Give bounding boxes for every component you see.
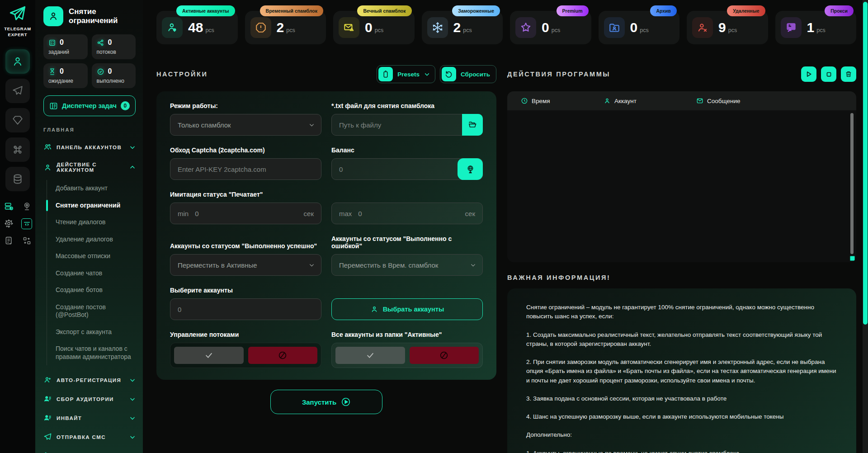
all-accounts-off-button[interactable] <box>410 347 479 364</box>
info-paragraph: 1. Создать максимально реалистичный текс… <box>526 330 837 349</box>
all-accounts-label: Все аккаунты из папки "Активные" <box>331 331 483 338</box>
submenu-item[interactable]: Добавить аккаунт <box>56 180 136 197</box>
error-selected-value: Переместить в Врем. спамблок <box>332 261 470 269</box>
stat-card-temp-spamblock[interactable]: Временный спамблок 2 pcs <box>245 11 326 44</box>
submenu-item[interactable]: Поиск чатов и каналов с правами админист… <box>56 340 136 365</box>
code-window-icon[interactable] <box>21 218 32 229</box>
log-scrollbar[interactable] <box>850 113 854 254</box>
submenu-item-active[interactable]: Снятие ограничений <box>56 197 136 214</box>
presets-label: Presets <box>397 71 420 78</box>
error-select[interactable]: Переместить в Врем. спамблок <box>331 254 483 276</box>
submenu-item[interactable]: Создание ботов <box>56 282 136 299</box>
gear-icon[interactable] <box>3 218 14 229</box>
block-icon <box>278 350 288 360</box>
rail-premium-button[interactable] <box>5 108 30 132</box>
mode-select[interactable]: Только спамблок <box>170 114 321 136</box>
nav-item-accounts-panel[interactable]: ПАНЕЛЬ АККАУНТОВ <box>43 143 136 151</box>
trash-button[interactable] <box>841 66 856 82</box>
submenu-item[interactable]: Массовые отписки <box>56 248 136 265</box>
submenu-item[interactable]: Создание чатов <box>56 265 136 282</box>
counter-label: потоков <box>97 49 131 55</box>
max-value: 0 <box>358 210 362 217</box>
resize-grip[interactable] <box>850 256 855 261</box>
typing-max-input[interactable]: max 0 сек <box>331 203 483 224</box>
task-manager-button[interactable]: Диспетчер задач 0 <box>43 95 136 116</box>
nav-item-label: ПАНЕЛЬ АККАУНТОВ <box>57 145 125 150</box>
rail-database-button[interactable] <box>5 167 30 191</box>
success-select[interactable]: Переместить в Активные <box>170 254 321 276</box>
page-icon-badge <box>43 6 63 26</box>
page-scrollbar-thumb[interactable] <box>863 2 868 325</box>
app-logo: TELEGRAMEXPERT <box>4 5 31 38</box>
stat-card-proxy[interactable]: Прокси 1 pcs <box>775 11 857 44</box>
accounts-count-input[interactable] <box>170 299 321 320</box>
threads-on-button[interactable] <box>174 347 244 364</box>
stat-badge: Удаленные <box>727 5 765 16</box>
page-scrollbar[interactable] <box>863 0 868 453</box>
all-accounts-on-button[interactable] <box>335 347 405 364</box>
info-paragraph: Дополнительно: <box>526 430 837 439</box>
diamond-icon <box>12 114 24 126</box>
threads-off-button[interactable] <box>248 347 318 364</box>
user-icon <box>48 11 59 22</box>
rail-sender-button[interactable] <box>5 79 30 103</box>
paper-plane-icon <box>12 85 24 97</box>
task-counters: 0 заданий 0 потоков 0 ожидание 0 выполне… <box>43 34 136 88</box>
server-check-icon[interactable] <box>3 201 14 212</box>
stat-badge: Замороженные <box>452 5 500 16</box>
captcha-control <box>170 158 321 180</box>
stat-card-deleted[interactable]: Удаленные 9 pcs <box>687 11 768 44</box>
globe-check-button[interactable] <box>458 158 483 180</box>
nav-item-audience[interactable]: СБОР АУДИТОРИИ <box>43 395 136 403</box>
nav-item-auto-registration[interactable]: АВТО-РЕГИСТРАЦИЯ <box>43 376 136 384</box>
icon-rail: TELEGRAMEXPERT <box>0 0 35 453</box>
presets-button[interactable]: Presets <box>377 65 435 83</box>
counter-tasks: 0 заданий <box>43 34 88 59</box>
stop-button[interactable] <box>821 66 836 82</box>
submenu-item[interactable]: Экспорт с аккаунта <box>56 324 136 341</box>
swap-icon[interactable] <box>21 236 32 246</box>
stat-value: 0 <box>365 20 373 35</box>
stat-card-active-accounts[interactable]: Активные аккаунты 48 pcs <box>156 11 238 44</box>
stat-unit: pcs <box>463 27 472 33</box>
document-check-icon[interactable] <box>3 236 14 246</box>
stat-unit: pcs <box>640 27 648 33</box>
stat-badge: Вечный спамблок <box>357 5 411 16</box>
webcam-icon[interactable] <box>21 201 32 212</box>
stat-card-frozen[interactable]: Замороженные 2 pcs <box>422 11 503 44</box>
txt-file-input[interactable] <box>332 114 462 135</box>
info-panel: Снятие ограничений – модуль не гарантиру… <box>507 288 856 453</box>
chevron-down-icon <box>129 415 136 421</box>
min-unit: сек <box>304 210 321 217</box>
balance-input[interactable] <box>332 159 458 179</box>
submenu-item[interactable]: Удаление диалогов <box>56 231 136 248</box>
stat-badge: Активные аккаунты <box>176 5 235 16</box>
counter-value: 0 <box>108 67 112 76</box>
stat-card-archive[interactable]: Архив 0 pcs <box>599 11 680 44</box>
nav-item-label: ИНВАЙТ <box>57 415 125 421</box>
start-button[interactable]: Запустить <box>270 390 382 414</box>
chevron-down-icon <box>129 144 136 151</box>
play-circle-icon <box>341 397 351 407</box>
nav-item-account-actions[interactable]: ДЕЙСТВИЕ С АККАУНТОМ <box>43 162 136 173</box>
captcha-api-key-input[interactable] <box>170 159 321 179</box>
typing-min-input[interactable]: min 0 сек <box>170 203 321 224</box>
reset-button[interactable]: Сбросить <box>440 65 496 83</box>
paper-plane-icon <box>43 433 52 441</box>
info-paragraph: 1. Аккаунты, ограниченные по времени, не… <box>526 449 837 453</box>
folder-open-button[interactable] <box>462 114 483 136</box>
submenu-item[interactable]: Создание постов (@PostBot) <box>56 299 136 324</box>
checklist-icon <box>48 39 56 47</box>
play-button[interactable] <box>801 66 816 82</box>
choose-accounts-button[interactable]: Выбрать аккаунты <box>331 298 483 320</box>
rail-tools-button[interactable] <box>5 137 30 162</box>
accounts-count-control <box>170 298 321 320</box>
stat-card-premium[interactable]: Premium 0 pcs <box>510 11 591 44</box>
stat-card-perm-spamblock[interactable]: Вечный спамблок 0 pcs <box>333 11 415 44</box>
rotate-ccw-icon <box>442 67 456 81</box>
rail-accounts-button[interactable] <box>5 49 30 74</box>
submenu-item[interactable]: Чтение диалогов <box>56 214 136 231</box>
nav-item-sms[interactable]: ОТПРАВКА СМС <box>43 433 136 441</box>
stat-unit: pcs <box>728 27 737 33</box>
nav-item-invite[interactable]: ИНВАЙТ <box>43 414 136 422</box>
